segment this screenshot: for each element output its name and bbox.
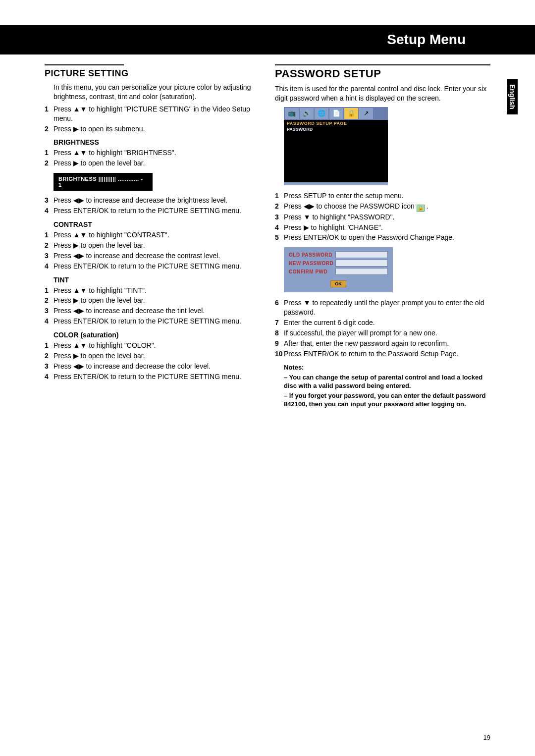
osd-icon-row: 📺 🔊 🌐 📄 🔒 ↗ bbox=[284, 107, 388, 120]
password-steps-b: 6Press ▼ to repeatedly until the player … bbox=[275, 298, 490, 358]
step-text: Press ◀▶ to choose the PASSWORD icon 🔒 . bbox=[284, 202, 490, 212]
contrast-heading: CONTRAST bbox=[54, 220, 260, 228]
step-text: Press ▲▼ to highlight "PICTURE SETTING" … bbox=[54, 105, 260, 123]
step-text: Press ▶ to open the level bar. bbox=[54, 159, 260, 168]
password-setup-intro: This item is used for the parental contr… bbox=[275, 84, 490, 103]
step-text: If successful, the player will prompt fo… bbox=[284, 328, 490, 338]
tv-icon: 📺 bbox=[285, 108, 299, 119]
color-steps: 1Press ▲▼ to highlight "COLOR". 2Press ▶… bbox=[45, 341, 260, 381]
exit-icon: ↗ bbox=[359, 108, 373, 119]
new-password-field[interactable] bbox=[335, 260, 388, 267]
picture-setting-heading: PICTURE SETTING bbox=[45, 68, 260, 79]
notes-heading: Notes: bbox=[284, 364, 490, 371]
contrast-steps: 1Press ▲▼ to highlight "CONTRAST". 2Pres… bbox=[45, 230, 260, 271]
new-password-row: NEW PASSWORD bbox=[289, 260, 388, 267]
speaker-icon: 🔊 bbox=[300, 108, 314, 119]
step-text: Enter the current 6 digit code. bbox=[284, 318, 490, 327]
confirm-password-label: CONFIRM PWD bbox=[289, 269, 335, 274]
list-icon: 📄 bbox=[329, 108, 343, 119]
ok-row: OK bbox=[289, 279, 388, 287]
step-text: Press ◀▶ to increase and decrease the br… bbox=[54, 196, 260, 205]
osd-password-menu: 📺 🔊 🌐 📄 🔒 ↗ PASSWORD SETUP PAGE PASSWORD bbox=[284, 107, 388, 185]
picture-setting-intro: In this menu, you can personalize your p… bbox=[54, 83, 260, 102]
step-text: After that, enter the new password again… bbox=[284, 339, 490, 348]
step-text: Press ▶ to open its submenu. bbox=[54, 124, 260, 134]
step-text: Press ENTER/OK to return to the PICTURE … bbox=[54, 372, 260, 381]
page-number: 19 bbox=[483, 734, 490, 741]
old-password-field[interactable] bbox=[335, 251, 388, 258]
old-password-label: OLD PASSWORD bbox=[289, 252, 335, 258]
right-column: PASSWORD SETUP This item is used for the… bbox=[275, 64, 490, 410]
step-text: Press ENTER/OK to return to the PICTURE … bbox=[54, 206, 260, 216]
step-text: Press SETUP to enter the setup menu. bbox=[284, 191, 490, 201]
note-2: – If you forget your password, you can e… bbox=[284, 391, 490, 409]
ok-button[interactable]: OK bbox=[330, 280, 346, 287]
step-text: Press ▲▼ to highlight "CONTRAST". bbox=[54, 230, 260, 240]
color-heading: COLOR (saturation) bbox=[54, 331, 260, 339]
osd-title: PASSWORD SETUP PAGE bbox=[284, 120, 388, 127]
step-text: Press ▶ to open the level bar. bbox=[54, 351, 260, 361]
new-password-label: NEW PASSWORD bbox=[289, 261, 335, 266]
step-text: Press ENTER/OK to return to the PICTURE … bbox=[54, 262, 260, 271]
left-column: PICTURE SETTING In this menu, you can pe… bbox=[45, 64, 260, 410]
picture-steps-top: 1Press ▲▼ to highlight "PICTURE SETTING"… bbox=[45, 105, 260, 134]
step-text: Press ▼ to highlight "PASSWORD". bbox=[284, 213, 490, 222]
brightness-heading: BRIGHTNESS bbox=[54, 138, 260, 146]
osd-row-password: PASSWORD bbox=[284, 127, 388, 133]
header-bar: Setup Menu bbox=[0, 25, 535, 54]
page-title: Setup Menu bbox=[387, 32, 466, 48]
step-text: Press ◀▶ to increase and decrease the co… bbox=[54, 362, 260, 371]
note-1: – You can change the setup of parental c… bbox=[284, 373, 490, 390]
step-text: Press ENTER/OK to open the Password Chan… bbox=[284, 233, 490, 242]
step-text: Press ENTER/OK to return to the Password… bbox=[284, 349, 490, 359]
brightness-steps-b: 3Press ◀▶ to increase and decrease the b… bbox=[45, 196, 260, 216]
rule bbox=[45, 64, 124, 65]
lock-icon: 🔒 bbox=[344, 108, 358, 119]
tint-steps: 1Press ▲▼ to highlight "TINT". 2Press ▶ … bbox=[45, 286, 260, 326]
step-text: Press ▼ to repeatedly until the player p… bbox=[284, 298, 490, 317]
step-text: Press ◀▶ to increase and decrease the co… bbox=[54, 251, 260, 261]
step-text: Press ▶ to open the level bar. bbox=[54, 241, 260, 250]
lock-inline-icon: 🔒 bbox=[417, 205, 425, 212]
osd-body bbox=[284, 133, 388, 182]
globe-icon: 🌐 bbox=[315, 108, 328, 119]
tint-heading: TINT bbox=[54, 276, 260, 284]
password-change-dialog: OLD PASSWORD NEW PASSWORD CONFIRM PWD OK bbox=[284, 247, 393, 292]
confirm-password-row: CONFIRM PWD bbox=[289, 268, 388, 275]
step-text: Press ▲▼ to highlight "BRIGHTNESS". bbox=[54, 148, 260, 158]
password-setup-heading: PASSWORD SETUP bbox=[275, 64, 490, 80]
password-steps-a: 1Press SETUP to enter the setup menu. 2P… bbox=[275, 191, 490, 243]
brightness-level-bar: BRIGHTNESS |||||||||| ............ - 1 bbox=[54, 173, 153, 191]
step-text: Press ▲▼ to highlight "TINT". bbox=[54, 286, 260, 295]
step-text: Press ▶ to open the level bar. bbox=[54, 296, 260, 305]
step-text: Press ▶ to highlight "CHANGE". bbox=[284, 223, 490, 232]
old-password-row: OLD PASSWORD bbox=[289, 251, 388, 258]
brightness-steps-a: 1Press ▲▼ to highlight "BRIGHTNESS". 2Pr… bbox=[45, 148, 260, 168]
step-text: Press ENTER/OK to return to the PICTURE … bbox=[54, 317, 260, 326]
step-text: Press ◀▶ to increase and decrease the ti… bbox=[54, 306, 260, 316]
language-tab: English bbox=[507, 79, 518, 114]
step-text: Press ▲▼ to highlight "COLOR". bbox=[54, 341, 260, 350]
confirm-password-field[interactable] bbox=[335, 268, 388, 275]
